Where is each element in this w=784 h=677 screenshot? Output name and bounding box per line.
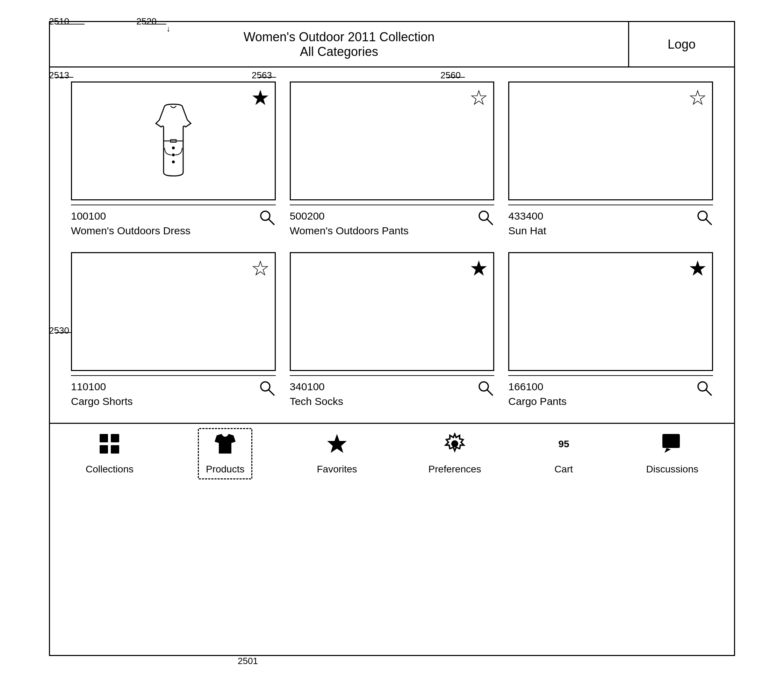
- product-image-content-p1: [72, 83, 275, 199]
- svg-marker-26: [664, 448, 671, 453]
- nav-label-collections: Collections: [86, 464, 134, 475]
- svg-marker-21: [327, 434, 347, 453]
- product-image-box-p1: ★: [71, 81, 276, 200]
- discussions-icon: [661, 432, 683, 460]
- product-image-box-p6: ★: [508, 252, 713, 371]
- nav-item-products[interactable]: Products: [198, 428, 253, 479]
- svg-point-2: [172, 147, 175, 149]
- product-text-p4: 110100Cargo Shorts: [71, 379, 133, 409]
- product-number-p3: 433400: [508, 209, 546, 223]
- product-number-p6: 166100: [508, 379, 566, 394]
- product-card-p6: ★166100Cargo Pants: [508, 252, 713, 409]
- cart-icon: 95: [552, 432, 575, 460]
- main-container: Women's Outdoor 2011 Collection All Cate…: [49, 21, 735, 656]
- preferences-icon: [443, 432, 466, 460]
- header-title-line1: Women's Outdoor 2011 Collection: [244, 30, 435, 44]
- product-image-box-p5: ★: [290, 252, 495, 371]
- search-icon-p4[interactable]: [258, 379, 276, 401]
- product-image-content-p5: [291, 253, 493, 370]
- svg-text:95: 95: [558, 438, 569, 449]
- products-icon: [214, 432, 236, 460]
- nav-label-products: Products: [206, 464, 245, 475]
- svg-line-16: [706, 390, 711, 395]
- svg-line-6: [268, 219, 274, 225]
- product-name-p3: Sun Hat: [508, 223, 546, 238]
- product-info-p1: 100100Women's Outdoors Dress: [71, 204, 276, 238]
- collections-icon: [98, 432, 121, 460]
- product-number-p2: 500200: [290, 209, 409, 223]
- search-icon-p5[interactable]: [477, 379, 494, 401]
- nav-label-cart: Cart: [554, 464, 573, 475]
- annotation-2501: 2501: [238, 656, 258, 666]
- star-icon-p2[interactable]: ☆: [470, 87, 488, 108]
- nav-label-preferences: Preferences: [429, 464, 481, 475]
- product-image-content-p2: [291, 83, 493, 199]
- preferences-icon: [443, 432, 466, 455]
- search-icon-p3[interactable]: [695, 209, 713, 231]
- product-card-p1: ★ 100100Women's Outdoors Dress: [71, 81, 276, 238]
- svg-rect-19: [100, 445, 108, 454]
- product-image-content-p4: [72, 253, 275, 370]
- product-image-box-p2: ☆: [290, 81, 495, 200]
- product-info-p2: 500200Women's Outdoors Pants: [290, 204, 495, 238]
- product-name-p2: Women's Outdoors Pants: [290, 223, 409, 238]
- cart-icon: 95: [552, 432, 575, 455]
- nav-item-favorites[interactable]: Favorites: [310, 429, 364, 478]
- header-title: Women's Outdoor 2011 Collection All Cate…: [50, 22, 629, 66]
- svg-rect-25: [663, 434, 680, 448]
- svg-line-12: [268, 390, 274, 395]
- product-image-box-p4: ☆: [71, 252, 276, 371]
- star-icon-p3[interactable]: ☆: [688, 87, 707, 108]
- product-image-content-p6: [509, 253, 712, 370]
- header-row: Women's Outdoor 2011 Collection All Cate…: [50, 22, 734, 67]
- star-icon-p1[interactable]: ★: [251, 87, 270, 108]
- discussions-icon: [661, 432, 683, 455]
- nav-item-cart[interactable]: 95 Cart: [546, 429, 582, 478]
- product-text-p3: 433400Sun Hat: [508, 209, 546, 238]
- nav-label-favorites: Favorites: [317, 464, 357, 475]
- product-card-p5: ★340100Tech Socks: [290, 252, 495, 409]
- product-info-p4: 110100Cargo Shorts: [71, 375, 276, 409]
- product-number-p4: 110100: [71, 379, 133, 394]
- header-logo: Logo: [629, 22, 734, 66]
- nav-item-preferences[interactable]: Preferences: [422, 429, 488, 478]
- svg-point-3: [172, 153, 175, 156]
- svg-point-4: [172, 161, 175, 163]
- star-icon-p5[interactable]: ★: [470, 258, 488, 279]
- product-number-p5: 340100: [290, 379, 343, 394]
- product-text-p2: 500200Women's Outdoors Pants: [290, 209, 409, 238]
- product-number-p1: 100100: [71, 209, 190, 223]
- search-icon-p1[interactable]: [258, 209, 276, 231]
- cart-icon-wrapper: 95: [552, 432, 575, 460]
- star-icon-p6[interactable]: ★: [688, 258, 707, 279]
- favorites-icon: [326, 432, 348, 460]
- nav-label-discussions: Discussions: [646, 464, 698, 475]
- product-card-p4: ☆110100Cargo Shorts: [71, 252, 276, 409]
- product-card-p2: ☆500200Women's Outdoors Pants: [290, 81, 495, 238]
- search-icon-p6[interactable]: [695, 379, 713, 401]
- nav-item-collections[interactable]: Collections: [79, 429, 140, 478]
- star-icon-p4[interactable]: ☆: [251, 258, 270, 279]
- product-image-content-p3: [509, 83, 712, 199]
- product-name-p6: Cargo Pants: [508, 394, 566, 409]
- product-text-p5: 340100Tech Socks: [290, 379, 343, 409]
- bottom-nav: Collections Products Favorites Preferenc…: [50, 424, 734, 483]
- product-grid: ★ 100100Women's Outdoors Dress ☆500: [71, 81, 713, 409]
- product-name-p4: Cargo Shorts: [71, 394, 133, 409]
- product-name-p1: Women's Outdoors Dress: [71, 223, 190, 238]
- product-card-p3: ☆433400Sun Hat: [508, 81, 713, 238]
- search-icon-p2[interactable]: [477, 209, 494, 231]
- product-text-p6: 166100Cargo Pants: [508, 379, 566, 409]
- product-image-box-p3: ☆: [508, 81, 713, 200]
- svg-point-22: [451, 440, 458, 447]
- dress-svg: [145, 103, 201, 179]
- header-title-line2: All Categories: [244, 44, 435, 59]
- product-name-p5: Tech Socks: [290, 394, 343, 409]
- svg-line-14: [487, 390, 493, 395]
- svg-line-8: [487, 219, 493, 225]
- favorites-icon: [326, 432, 348, 455]
- svg-rect-17: [100, 434, 108, 442]
- product-info-p3: 433400Sun Hat: [508, 204, 713, 238]
- content-area: ★ 100100Women's Outdoors Dress ☆500: [50, 67, 734, 424]
- nav-item-discussions[interactable]: Discussions: [639, 429, 705, 478]
